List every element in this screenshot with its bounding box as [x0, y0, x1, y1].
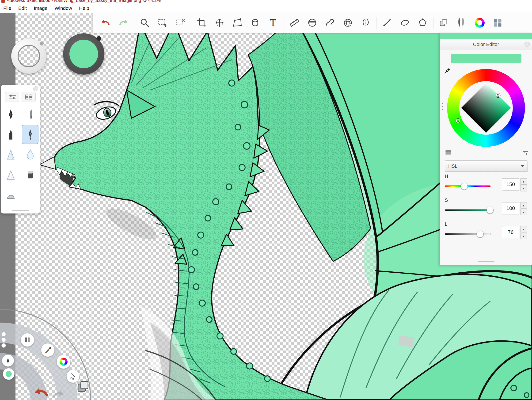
- swatches-icon[interactable]: [445, 150, 452, 156]
- select-icon[interactable]: [155, 15, 170, 30]
- tool-watercolor-drop[interactable]: [22, 145, 38, 164]
- brush-puck[interactable]: [11, 38, 46, 74]
- tool-marker[interactable]: [2, 125, 19, 144]
- lightness-label: L: [445, 222, 447, 227]
- lagoon-undo-icon[interactable]: [34, 387, 49, 397]
- lagoon-handle-dots[interactable]: [1, 332, 6, 337]
- eyedropper-icon[interactable]: [444, 68, 450, 74]
- lightness-slider-handle[interactable]: [477, 231, 484, 238]
- lagoon-handle-dots[interactable]: [1, 343, 6, 348]
- slider-view-icon[interactable]: [5, 92, 19, 102]
- panel-collapse-button[interactable]: [525, 42, 530, 47]
- toolbar-divider: [376, 17, 376, 29]
- toolbar-divider: [191, 17, 191, 29]
- distort-icon[interactable]: [230, 15, 245, 30]
- perspective-icon[interactable]: [341, 15, 355, 30]
- saturation-slider-handle[interactable]: [487, 207, 494, 214]
- lightness-slider[interactable]: [445, 233, 491, 235]
- panel-drag-handle[interactable]: [12, 210, 29, 211]
- redo-icon[interactable]: [116, 15, 131, 30]
- saturation-spinner: ▲▼: [520, 202, 527, 215]
- hue-value-input[interactable]: [502, 178, 519, 190]
- gallery-icon[interactable]: [490, 15, 505, 30]
- lagoon-redo-icon[interactable]: [52, 389, 64, 398]
- layer-editor-icon[interactable]: [437, 15, 451, 30]
- brush-library-icon[interactable]: [455, 15, 469, 30]
- menu-window[interactable]: Window: [54, 5, 72, 11]
- deselect-icon[interactable]: [173, 15, 188, 30]
- zoom-icon[interactable]: [138, 15, 152, 30]
- tool-airbrush[interactable]: [2, 145, 19, 164]
- undo-icon[interactable]: [98, 15, 113, 30]
- hue-handle[interactable]: [456, 119, 460, 123]
- spin-up-icon[interactable]: ▲: [520, 178, 527, 185]
- color-wheel-flyout-icon[interactable]: [57, 355, 71, 369]
- chevron-down-icon: [520, 165, 524, 167]
- tool-quill-pen[interactable]: [22, 105, 38, 124]
- spin-up-icon[interactable]: ▲: [520, 202, 527, 209]
- symmetry-icon[interactable]: [358, 15, 373, 30]
- color-mode-value: HSL: [448, 164, 457, 169]
- sl-handle[interactable]: [496, 93, 500, 97]
- color-puck[interactable]: [63, 33, 104, 75]
- main-toolbar: T: [92, 13, 532, 33]
- tool-smear-triangle[interactable]: [2, 165, 19, 184]
- ellipse-guide-icon[interactable]: [305, 15, 319, 30]
- layers-flyout-icon[interactable]: [76, 380, 90, 393]
- lightness-value-input[interactable]: [502, 226, 519, 238]
- app-icon: [1, 0, 5, 3]
- color-editor-panel: Color Editor HSL H: [440, 33, 532, 265]
- brush-panel: [1, 85, 40, 214]
- spin-down-icon[interactable]: ▼: [520, 209, 527, 215]
- toolbar-divider: [433, 17, 433, 29]
- saturation-slider-row: S ▲▼: [445, 197, 528, 220]
- pen-mode-icon[interactable]: [2, 355, 14, 367]
- stroke-style-icon[interactable]: [380, 15, 394, 30]
- hue-slider-handle[interactable]: [461, 183, 468, 190]
- transform-icon[interactable]: [212, 15, 227, 30]
- current-color-swatch: [451, 54, 521, 63]
- menu-file[interactable]: File: [3, 5, 11, 11]
- spin-down-icon[interactable]: ▼: [520, 233, 527, 239]
- panel-close-button[interactable]: [33, 86, 38, 91]
- fill-icon[interactable]: [248, 15, 262, 30]
- crop-icon[interactable]: [195, 15, 209, 30]
- hue-slider[interactable]: [445, 185, 491, 187]
- lagoon: [0, 308, 110, 400]
- panel-drag-handle[interactable]: [478, 261, 494, 262]
- ruler-icon[interactable]: [287, 15, 302, 30]
- tool-empty-slot: [22, 185, 38, 205]
- tool-ballpoint-pen[interactable]: [2, 105, 19, 124]
- mini-slider-icon[interactable]: [522, 150, 529, 156]
- tool-soft-eraser[interactable]: [2, 185, 19, 205]
- grid-view-icon[interactable]: [22, 92, 36, 102]
- current-color-button[interactable]: [3, 368, 14, 380]
- hue-spinner: ▲▼: [520, 178, 527, 191]
- menu-help[interactable]: Help: [79, 5, 89, 11]
- lagoon-handle-dots[interactable]: [1, 338, 6, 342]
- color-wheel-icon[interactable]: [472, 15, 487, 30]
- workspace: T: [0, 13, 532, 400]
- saturation-slider[interactable]: [445, 209, 491, 211]
- saturation-value-input[interactable]: [502, 202, 519, 214]
- puck-pin-icon: [96, 36, 101, 41]
- symmetry-tools-icon[interactable]: [21, 333, 34, 347]
- brush-preview: [18, 45, 40, 67]
- puck-pin-icon: [40, 42, 44, 45]
- titlebar: Autodesk SketchBook - RainWing_base_by_S…: [0, 0, 532, 4]
- tool-hard-eraser[interactable]: [22, 165, 38, 184]
- color-mode-select[interactable]: HSL: [445, 160, 528, 172]
- brush-flyout-icon[interactable]: [41, 343, 55, 357]
- wheel-tick-dots: [442, 103, 443, 110]
- french-curve-icon[interactable]: [323, 15, 337, 30]
- hue-ring[interactable]: [447, 69, 525, 147]
- tool-ink-pen[interactable]: [22, 125, 38, 144]
- ellipse-icon[interactable]: [398, 15, 412, 30]
- text-icon[interactable]: T: [266, 15, 280, 30]
- spin-down-icon[interactable]: ▼: [520, 185, 527, 191]
- menu-image[interactable]: Image: [34, 5, 47, 11]
- spin-up-icon[interactable]: ▲: [520, 226, 527, 233]
- polyline-icon[interactable]: [415, 15, 430, 30]
- lightness-slider-row: L ▲▼: [445, 221, 528, 243]
- menu-edit[interactable]: Edit: [18, 5, 27, 11]
